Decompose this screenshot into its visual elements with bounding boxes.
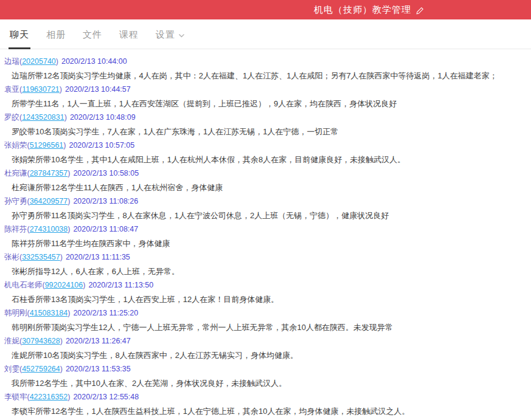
paren-close: ) [60, 337, 63, 345]
sender-qq-link[interactable]: 332535457 [22, 253, 60, 261]
sender-qq-link[interactable]: 307943628 [22, 337, 60, 345]
edit-pencil-icon[interactable] [415, 6, 425, 15]
message-text: 石桂香所带13名顶岗实习学生，1人在西安上班，12人在家！目前身体健康。 [0, 292, 531, 306]
sender-qq-link[interactable]: 51296561 [30, 141, 64, 150]
tab-设置[interactable]: 设置 [154, 29, 186, 49]
message-text: 陈祥芬所带11名学生均在陕西家中，身体健康 [0, 236, 531, 250]
paren-close: ) [63, 141, 66, 150]
message-header: 杜宛谦(287847357)2020/2/13 10:58:05 [0, 167, 531, 181]
message-text: 韩明刚所带顶岗实习学生12人，宁德一人上班无异常，常州一人上班无异常，其余10人… [0, 320, 531, 334]
tab-相册[interactable]: 相册 [45, 29, 67, 49]
paren-close: ) [60, 85, 62, 94]
sender-qq-link[interactable]: 287847357 [30, 169, 68, 177]
sender-name: 李锁牢 [4, 393, 27, 401]
chat-message: 陈祥芬(274310038)2020/2/13 11:08:47陈祥芬所带11名… [0, 222, 531, 250]
paren-close: ) [68, 225, 70, 233]
sender-qq-link[interactable]: 274310038 [30, 225, 68, 233]
message-text: 孙守勇所带11名顶岗实习学生，8人在家休息，1人在宁波公司休息，2人上班（无锡，… [0, 208, 531, 222]
sender-name: 孙守勇 [4, 197, 27, 205]
sender-name: 张彬 [4, 253, 19, 261]
message-text: 李锁牢所带12名学生，1人在陕西生益科技上班，1人在宁德上班，其余10人在家，均… [0, 404, 531, 418]
message-timestamp: 2020/2/13 11:26:47 [66, 337, 131, 345]
message-timestamp: 2020/2/13 10:44:00 [61, 57, 127, 66]
message-header: 机电石老师(992024106)2020/2/13 11:13:50 [0, 278, 531, 292]
group-title-text: 机电（技师）教学管理 [314, 0, 411, 19]
message-text: 张娟荣所带10名学生，其中1人在咸阳上班，1人在杭州人本休假，其余8人在家，目前… [0, 153, 531, 167]
paren-close: ) [68, 309, 70, 317]
tab-label: 设置 [156, 29, 175, 41]
group-title: 机电（技师）教学管理 [314, 0, 425, 19]
chat-message: 孙守勇(364209577)2020/2/13 11:08:26孙守勇所带11名… [0, 195, 531, 222]
message-header: 张彬(332535457)2020/2/13 11:11:35 [0, 250, 531, 264]
message-text: 罗皎带10名顶岗实习学生，7人在家，1人在广东珠海，1人在江苏无锡，1人在宁德，… [0, 125, 531, 139]
sender-qq-link[interactable]: 20205740 [22, 57, 56, 66]
paren-close: ) [68, 169, 70, 177]
message-text: 杜宛谦所带12名学生11人在陕西，1人在杭州宿舍，身体健康 [0, 181, 531, 195]
chat-message: 边瑞(20205740)2020/2/13 10:44:00边瑞所带12名顶岗实… [0, 55, 531, 83]
sender-name: 罗皎 [4, 113, 19, 122]
paren-close: ) [60, 253, 63, 261]
sender-qq-link[interactable]: 364209577 [30, 197, 68, 205]
message-timestamp: 2020/2/13 11:53:35 [66, 365, 131, 373]
message-header: 刘雯(452759264)2020/2/13 11:53:35 [0, 362, 531, 376]
sender-qq-link[interactable]: 119630721 [22, 85, 60, 94]
chat-message: 杜宛谦(287847357)2020/2/13 10:58:05杜宛谦所带12名… [0, 167, 531, 195]
paren-close: ) [60, 365, 63, 373]
message-timestamp: 2020/2/13 10:58:05 [73, 169, 139, 177]
sender-qq-link[interactable]: 422316352 [30, 393, 68, 401]
sender-name: 陈祥芬 [4, 225, 27, 233]
group-header: 机电（技师）教学管理 [0, 0, 531, 19]
tab-文件[interactable]: 文件 [82, 29, 103, 49]
paren-close: ) [83, 281, 85, 289]
message-timestamp: 2020/2/13 11:11:35 [66, 253, 130, 261]
message-text: 边瑞所带12名顶岗实习学生均健康，4人在岗，其中：2人在福建、1人在江苏、1人在… [0, 69, 531, 83]
message-text: 淮妮所带10名顶岗实习学生，8人在陕西家中，2人在江苏无锡实习，身体均健康。 [0, 348, 531, 362]
message-text: 我所带12名学生，其中10人在家、2人在芜湖，身体状况良好，未接触武汉人。 [0, 376, 531, 390]
chat-message: 李锁牢(422316352)2020/2/13 12:55:48李锁牢所带12名… [0, 390, 531, 418]
paren-close: ) [56, 57, 58, 66]
sender-name: 机电石老师 [4, 281, 43, 289]
sender-name: 刘雯 [4, 365, 19, 373]
chat-message: 刘雯(452759264)2020/2/13 11:53:35我所带12名学生，… [0, 362, 531, 390]
chat-message: 张娟荣(51296561)2020/2/13 10:57:05张娟荣所带10名学… [0, 139, 531, 167]
sender-name: 张娟荣 [4, 141, 27, 150]
chat-message-list: 边瑞(20205740)2020/2/13 10:44:00边瑞所带12名顶岗实… [0, 49, 531, 418]
sender-qq-link[interactable]: 992024106 [45, 281, 83, 289]
message-header: 李锁牢(422316352)2020/2/13 12:55:48 [0, 390, 531, 404]
tab-label: 相册 [46, 29, 66, 41]
message-header: 孙守勇(364209577)2020/2/13 11:08:26 [0, 195, 531, 208]
message-timestamp: 2020/2/13 10:44:57 [65, 85, 131, 94]
sender-name: 袁亚 [4, 85, 19, 94]
message-timestamp: 2020/2/13 10:57:05 [69, 141, 134, 150]
paren-close: ) [68, 197, 70, 205]
sender-qq-link[interactable]: 415083184 [30, 309, 68, 317]
message-timestamp: 2020/2/13 11:25:20 [73, 309, 138, 317]
message-timestamp: 2020/2/13 11:13:50 [88, 281, 153, 289]
sender-qq-link[interactable]: 452759264 [22, 365, 60, 373]
message-header: 袁亚(119630721)2020/2/13 10:44:57 [0, 83, 531, 97]
sender-name: 淮妮 [4, 337, 19, 345]
tab-label: 聊天 [10, 29, 29, 41]
paren-close: ) [68, 393, 70, 401]
paren-close: ) [64, 113, 67, 122]
message-header: 韩明刚(415083184)2020/2/13 11:25:20 [0, 306, 531, 320]
chat-message: 袁亚(119630721)2020/2/13 10:44:57所带学生11名，1… [0, 83, 531, 111]
tab-聊天[interactable]: 聊天 [9, 29, 30, 49]
message-header: 罗皎(1243520831)2020/2/13 10:48:09 [0, 111, 531, 125]
tab-label: 文件 [83, 29, 102, 41]
message-timestamp: 2020/2/13 11:08:47 [73, 225, 138, 233]
message-header: 陈祥芬(274310038)2020/2/13 11:08:47 [0, 222, 531, 236]
message-text: 张彬所指导12人，6人在家，6人上班，无异常。 [0, 264, 531, 278]
sender-name: 边瑞 [4, 57, 19, 66]
message-header: 张娟荣(51296561)2020/2/13 10:57:05 [0, 139, 531, 153]
sender-qq-link[interactable]: 1243520831 [22, 113, 64, 122]
message-header: 边瑞(20205740)2020/2/13 10:44:00 [0, 55, 531, 69]
message-text: 所带学生11名，1人一直上班，1人在西安莲湖区（提前到，上班已推迟），9人在家，… [0, 97, 531, 111]
message-timestamp: 2020/2/13 10:48:09 [70, 113, 136, 122]
chat-message: 韩明刚(415083184)2020/2/13 11:25:20韩明刚所带顶岗实… [0, 306, 531, 334]
chat-message: 张彬(332535457)2020/2/13 11:11:35张彬所指导12人，… [0, 250, 531, 278]
chat-message: 罗皎(1243520831)2020/2/13 10:48:09罗皎带10名顶岗… [0, 111, 531, 139]
tab-课程[interactable]: 课程 [118, 29, 140, 49]
message-timestamp: 2020/2/13 12:55:48 [73, 393, 139, 401]
message-timestamp: 2020/2/13 11:08:26 [73, 197, 138, 205]
